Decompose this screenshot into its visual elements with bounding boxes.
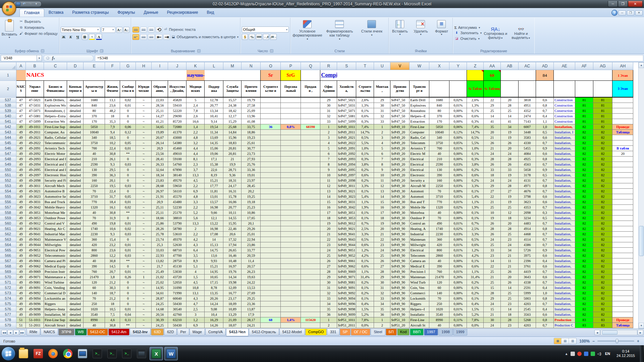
cell[interactable]: Installation, (554, 188, 575, 194)
cell[interactable]: Приготовления (241, 80, 261, 97)
cell[interactable]: 52220 (168, 108, 186, 113)
cell[interactable]: 4971 (519, 183, 536, 188)
cell[interactable]: 0,03% (449, 162, 467, 167)
cell[interactable] (301, 296, 320, 301)
cell[interactable] (241, 70, 261, 80)
cell[interactable]: 390 (429, 172, 449, 178)
cell[interactable]: 3,3% (356, 183, 374, 188)
cell[interactable]: 6 (320, 151, 337, 156)
cell[interactable]: 2,4 (186, 103, 205, 108)
cell[interactable]: 36 (261, 124, 281, 129)
cell[interactable]: Helpers--Extra (44, 113, 67, 119)
cell[interactable]: SrP49_2022 (337, 140, 356, 145)
cell[interactable]: Installation, (554, 258, 575, 263)
cell[interactable]: Installation, (554, 231, 575, 237)
cell[interactable]: Automotive B (44, 188, 67, 194)
cell[interactable]: В табли (612, 145, 633, 151)
cell[interactable]: 28 (501, 317, 519, 322)
cell[interactable]: 770 (429, 199, 449, 204)
cell[interactable]: 5,2% (356, 312, 374, 317)
cell[interactable]: 43480 (168, 199, 186, 204)
cell[interactable]: 23,6 (105, 103, 120, 108)
cell[interactable]: 170 (429, 119, 449, 124)
cell[interactable]: 25,23 (241, 204, 261, 210)
cell[interactable]: 83 (593, 322, 612, 328)
cell[interactable]: 3,8 (105, 274, 120, 280)
cell[interactable] (337, 70, 356, 80)
cell[interactable] (281, 306, 301, 312)
cell[interactable]: 5,2 (186, 210, 205, 215)
column-header-X[interactable]: X (429, 62, 449, 70)
cell[interactable]: 16,77 (223, 290, 241, 296)
cell[interactable]: ~ (136, 119, 152, 124)
cell[interactable]: SrP49_90 (390, 280, 410, 285)
cell[interactable]: SrP49_2091 (337, 145, 356, 151)
cell[interactable]: 14,75 (205, 247, 223, 253)
cell[interactable]: 49-3021 (26, 188, 44, 194)
cell[interactable]: 53790 (168, 221, 186, 226)
taskbar-icon-console-window-2[interactable] (105, 347, 119, 360)
cell[interactable]: 82 (593, 124, 612, 129)
cell[interactable]: SrP49_20 (390, 129, 410, 135)
cell[interactable]: 19,25 (241, 194, 261, 199)
cell[interactable]: 47 (16, 108, 26, 113)
cell[interactable]: Extraction (410, 119, 429, 124)
cell[interactable]: 49370 (168, 237, 186, 242)
cell[interactable]: 1 (320, 124, 337, 129)
cell[interactable]: 51 (16, 317, 26, 322)
cell[interactable]: Bus and Truck (44, 199, 67, 204)
cell[interactable]: 7 (374, 156, 390, 162)
cell[interactable]: 82 (593, 178, 612, 183)
cell[interactable]: 21 (484, 145, 501, 151)
cell[interactable] (519, 70, 536, 80)
cell[interactable] (281, 221, 301, 226)
cell[interactable]: Управление (26, 80, 44, 97)
cell[interactable]: 45820 (168, 97, 186, 103)
cell[interactable]: 18,5 (105, 135, 120, 140)
cell[interactable]: 33,75 (241, 124, 261, 129)
cell[interactable]: 0,12% (449, 129, 467, 135)
cell[interactable]: 72080 (168, 124, 186, 129)
cell[interactable]: 1020 (84, 306, 105, 312)
cell[interactable]: Electrical and I (44, 167, 67, 172)
cell[interactable] (301, 119, 320, 124)
cell[interactable]: ~ (136, 322, 152, 328)
cell[interactable]: 22,4 (105, 188, 120, 194)
cell[interactable]: ~ (136, 167, 152, 172)
sheet-tab-5412-Model[interactable]: 5412-Model (279, 329, 305, 336)
cell[interactable] (612, 140, 633, 145)
cell[interactable]: 0,01 (120, 145, 136, 151)
cell[interactable]: SrP49_1011 (337, 124, 356, 129)
cell[interactable]: 28,71 (223, 167, 241, 172)
cell[interactable]: Helpers--E (410, 113, 429, 119)
cell[interactable]: 15,29 (223, 119, 241, 124)
cell[interactable]: 0,00% (449, 210, 467, 215)
cell[interactable]: SrP49_20 (390, 167, 410, 172)
bold-button[interactable]: Ж (61, 34, 67, 40)
cell[interactable]: 14,34 (223, 274, 241, 280)
delete-cells-button[interactable]: ✕ Удалить▼ (411, 18, 430, 48)
cell[interactable] (261, 140, 281, 145)
cell[interactable]: 82 (593, 242, 612, 247)
cell[interactable]: Bus and T (410, 199, 429, 204)
cell[interactable]: 0,3% (356, 119, 374, 124)
cell[interactable]: 82 (593, 237, 612, 242)
cell[interactable]: ~ (136, 129, 152, 135)
cell[interactable]: SrP49_30 (390, 215, 410, 221)
cell[interactable]: Installation, (554, 135, 575, 140)
cell[interactable]: Бизнес-иФинансовы (44, 80, 67, 97)
cell[interactable]: 4925 (519, 156, 536, 162)
cell[interactable]: 49 (16, 124, 26, 129)
cell[interactable]: Installation, (554, 237, 575, 242)
ribbon-tab-Данные[interactable]: Данные (139, 9, 162, 17)
cell[interactable]: detailed (67, 151, 84, 156)
cell[interactable]: 0,7 (536, 242, 554, 247)
cell[interactable]: Avionics T (410, 145, 429, 151)
last-sheet-icon[interactable]: ▶▶ (19, 330, 25, 335)
cell[interactable]: 29 (374, 274, 390, 280)
cell[interactable]: 0 (120, 135, 136, 140)
cell[interactable] (261, 242, 281, 247)
cell[interactable]: 26 (484, 140, 501, 145)
cell[interactable]: 20,81 (223, 145, 241, 151)
column-header-E[interactable]: E (84, 62, 105, 70)
